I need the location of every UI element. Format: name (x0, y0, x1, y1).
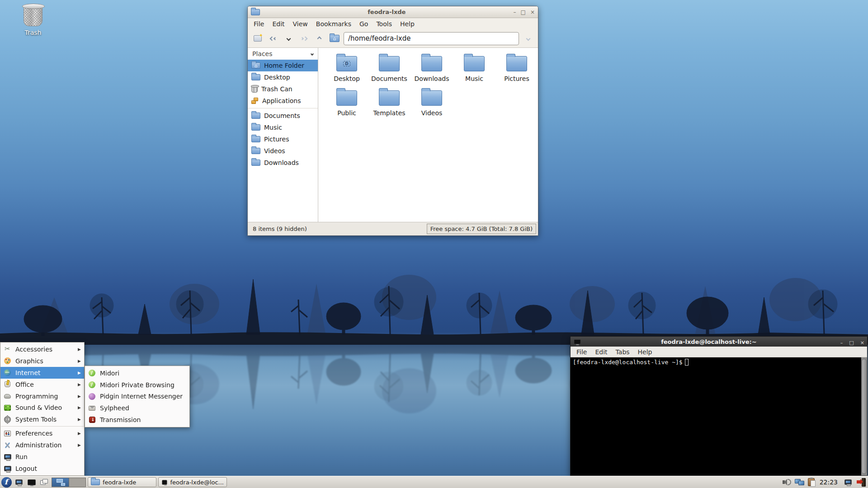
menu-item-office[interactable]: Office ▶ (0, 379, 84, 390)
terminal-scrollbar[interactable] (861, 357, 867, 475)
path-input[interactable]: /home/feodra-lxde (344, 32, 519, 45)
home-button[interactable]: ⌂ (328, 32, 341, 45)
up-button[interactable] (313, 32, 326, 45)
go-button[interactable] (522, 32, 534, 45)
desktop-trash-icon[interactable]: Trash (13, 5, 53, 36)
sidebar-item-pictures[interactable]: Pictures (248, 133, 318, 145)
terminal-prompt: [feodra-lxde@localhost-live ~]$ (573, 359, 683, 366)
sidebar-item-desktop[interactable]: Desktop (248, 71, 318, 83)
fm-titlebar[interactable]: feodra-lxde – □ × (248, 6, 538, 18)
fm-menu-tools[interactable]: Tools (372, 19, 396, 28)
fm-minimize-button[interactable]: – (514, 9, 516, 15)
taskbar-button-terminal[interactable]: feodra-lxde@loc... (158, 477, 227, 487)
clipboard-icon[interactable] (808, 478, 815, 486)
fm-menu-bookmarks[interactable]: Bookmarks (312, 19, 355, 28)
display-settings-tray-icon[interactable] (843, 477, 854, 488)
logout-tray-icon[interactable] (857, 478, 866, 487)
submenu-item-label: Midori Private Browsing (100, 381, 175, 389)
network-icon[interactable] (795, 479, 805, 486)
menu-item-administration[interactable]: Administration ▶ (0, 439, 84, 451)
terminal-maximize-button[interactable]: □ (849, 340, 854, 346)
menu-item-run[interactable]: Run (0, 451, 84, 463)
terminal-launcher[interactable] (26, 477, 37, 488)
sidebar-item-label: Desktop (264, 74, 290, 81)
menu-separator (1, 426, 84, 427)
terminal-close-button[interactable]: × (860, 340, 864, 346)
menu-item-programming[interactable]: Programming ▶ (0, 390, 84, 402)
folder-item-downloads[interactable]: Downloads (410, 52, 453, 87)
applications-icon (251, 98, 259, 104)
terminal-menu-help[interactable]: Help (634, 347, 656, 357)
wallpaper-tree-silhouettes (0, 266, 868, 345)
back-button[interactable] (267, 32, 279, 45)
folder-item-music[interactable]: Music (453, 52, 495, 87)
file-manager-launcher[interactable] (14, 477, 24, 488)
menu-item-sound-video[interactable]: Sound & Video ▶ (0, 402, 84, 414)
terminal-menu-tabs[interactable]: Tabs (612, 347, 634, 357)
graphics-icon (4, 357, 11, 364)
desktop-pager[interactable] (52, 478, 86, 487)
submenu-item-midori-private[interactable]: Midori Private Browsing (85, 379, 189, 391)
desktop-folder-icon (251, 74, 260, 80)
menu-item-internet[interactable]: Internet ▶ (0, 367, 84, 379)
folder-item-public[interactable]: Public (326, 87, 368, 121)
folder-icon (464, 56, 485, 71)
fm-menu-help[interactable]: Help (396, 19, 419, 28)
sidebar-item-music[interactable]: Music (248, 122, 318, 133)
fm-menu-file[interactable]: File (250, 19, 268, 28)
fm-menu-edit[interactable]: Edit (268, 19, 288, 28)
menu-item-label: Accessories (15, 346, 52, 353)
sidebar-item-home-folder[interactable]: ⌂ Home Folder (248, 60, 318, 71)
submenu-item-transmission[interactable]: Transmission (85, 414, 189, 426)
submenu-item-midori[interactable]: Midori (85, 367, 189, 379)
terminal-minimize-button[interactable]: – (840, 340, 843, 346)
sidebar-item-videos[interactable]: Videos (248, 145, 318, 157)
pager-desktop-1[interactable] (52, 478, 69, 487)
fm-close-button[interactable]: × (530, 9, 535, 15)
fm-menu-go[interactable]: Go (355, 19, 372, 28)
item-count-status: 8 items (9 hidden) (249, 225, 307, 232)
folder-item-documents[interactable]: Documents (368, 52, 410, 87)
transmission-icon (89, 417, 95, 423)
submenu-arrow-icon: ▶ (78, 371, 81, 375)
folder-item-templates[interactable]: Templates (368, 87, 410, 121)
terminal-scrollbar-thumb[interactable] (862, 359, 867, 474)
menu-item-accessories[interactable]: ✂ Accessories ▶ (0, 343, 84, 355)
terminal-titlebar[interactable]: feodra-lxde@localhost-live:~ – □ × (571, 337, 867, 347)
folder-icon (251, 148, 260, 154)
fm-menu-view[interactable]: View (289, 19, 312, 28)
sidebar-item-trash-can[interactable]: Trash Can (248, 83, 318, 95)
taskbar-clock[interactable]: 22:23 (820, 479, 838, 486)
fm-maximize-button[interactable]: □ (521, 9, 526, 15)
home-folder-icon: ⌂ (251, 62, 260, 69)
folder-item-pictures[interactable]: Pictures (495, 52, 538, 87)
places-collapse-icon[interactable] (311, 52, 314, 55)
fm-folder-view[interactable]: D Desktop Documents Downloads Music Pict… (318, 48, 538, 222)
forward-button[interactable] (297, 32, 310, 45)
submenu-item-label: Sylpheed (100, 404, 129, 412)
folder-item-desktop[interactable]: D Desktop (326, 52, 368, 87)
submenu-item-pidgin[interactable]: Pidgin Internet Messenger (85, 391, 189, 403)
black-screen-icon (28, 479, 36, 485)
submenu-item-sylpheed[interactable]: Sylpheed (85, 402, 189, 414)
places-header[interactable]: Places (248, 48, 318, 60)
terminal-output-area[interactable]: [feodra-lxde@localhost-live ~]$ (571, 357, 867, 475)
menu-item-graphics[interactable]: Graphics ▶ (0, 355, 84, 367)
menu-item-system-tools[interactable]: System Tools ▶ (0, 413, 84, 425)
sidebar-item-downloads[interactable]: Downloads (248, 157, 318, 169)
history-dropdown-button[interactable] (282, 32, 295, 45)
menu-item-preferences[interactable]: Preferences ▶ (0, 427, 84, 439)
start-menu-button[interactable] (1, 477, 12, 488)
pager-desktop-2[interactable] (69, 478, 85, 487)
internet-globe-icon (4, 369, 11, 376)
terminal-menu-edit[interactable]: Edit (591, 347, 611, 357)
minimize-all-button[interactable] (39, 477, 50, 488)
sidebar-item-applications[interactable]: Applications (248, 95, 318, 107)
terminal-menu-file[interactable]: File (572, 347, 591, 357)
new-tab-button[interactable] (251, 32, 264, 45)
sidebar-item-documents[interactable]: Documents (248, 110, 318, 122)
taskbar-button-file-manager[interactable]: feodra-lxde (88, 477, 156, 487)
menu-item-logout[interactable]: Logout (0, 463, 84, 474)
folder-item-videos[interactable]: Videos (410, 87, 453, 121)
volume-icon[interactable] (783, 478, 792, 486)
